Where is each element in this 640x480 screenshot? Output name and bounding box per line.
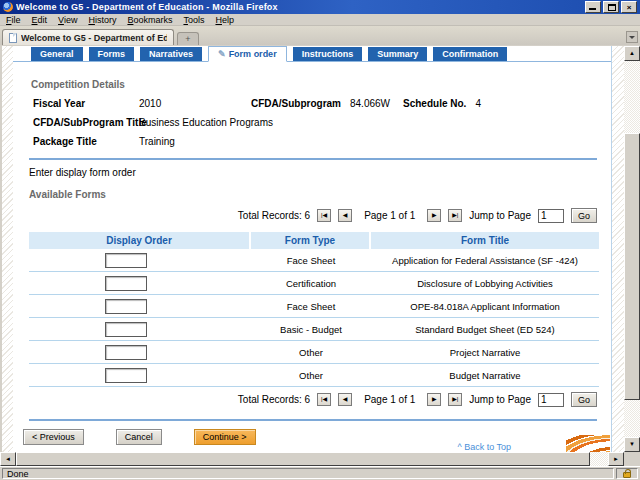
first-page-button[interactable]: |◀ [317,393,331,406]
back-to-top-link[interactable]: ^ Back to Top [457,442,511,452]
lock-icon [623,472,631,478]
browser-tab[interactable]: Welcome to G5 - Department of Edu... [2,29,174,45]
display-order-input[interactable] [105,322,147,337]
scroll-up-button[interactable]: ▲ [624,46,640,61]
scroll-down-button[interactable]: ▼ [624,437,640,452]
tab-forms[interactable]: Forms [89,47,135,61]
menu-history[interactable]: History [88,15,116,25]
jump-to-page-label: Jump to Page [469,394,531,405]
package-title-value: Training [139,136,175,147]
jump-to-page-input[interactable] [538,209,564,223]
new-tab-button[interactable]: + [177,32,199,45]
table-row: Face Sheet OPE-84.018A Applicant Informa… [29,295,599,318]
minimize-icon [589,8,596,10]
page-viewport: General Forms Narratives ✎ Form order In… [0,46,640,452]
schedule-no-value: 4 [475,98,481,109]
table-row: Certification Disclosure of Lobbying Act… [29,272,599,295]
vertical-scrollbar[interactable]: ▲ ▼ [624,46,640,452]
scrollbar-corner [624,452,640,466]
form-type-cell: Other [251,370,371,381]
cancel-button[interactable]: Cancel [116,429,162,445]
menu-bar: File Edit View History Bookmarks Tools H… [0,14,640,26]
header-form-title: Form Title [371,232,599,249]
page-tab-bar: General Forms Narratives ✎ Form order In… [13,46,611,62]
competition-details-heading: Competition Details [31,79,611,90]
go-button[interactable]: Go [571,208,597,223]
jump-to-page-input[interactable] [538,393,564,407]
form-type-cell: Face Sheet [251,255,371,266]
instruction-text: Enter display form order [29,167,611,178]
display-order-input[interactable] [105,276,147,291]
continue-button[interactable]: Continue > [194,429,256,445]
security-panel [616,468,638,479]
pagination-bottom: Total Records: 6 |◀ ◀ Page 1 of 1 ▶ ▶| J… [13,392,597,407]
menu-view[interactable]: View [58,15,77,25]
form-type-cell: Certification [251,278,371,289]
fiscal-year-value: 2010 [139,98,251,109]
firefox-icon [3,2,13,12]
detail-row-fiscal-year: Fiscal Year 2010 CFDA/Subprogram 84.066W… [33,98,611,109]
list-all-tabs-button[interactable] [626,31,638,43]
horizontal-scrollbar[interactable]: ◄ ► [0,452,640,466]
minimize-button[interactable] [585,1,601,13]
menu-bookmarks[interactable]: Bookmarks [127,15,172,25]
form-type-cell: Other [251,347,371,358]
form-title-cell: Budget Narrative [371,370,599,381]
pagination-top: Total Records: 6 |◀ ◀ Page 1 of 1 ▶ ▶| J… [13,208,597,223]
tab-general[interactable]: General [31,47,83,61]
tab-narratives[interactable]: Narratives [140,47,202,61]
next-page-button[interactable]: ▶ [427,209,441,222]
schedule-no-label: Schedule No. [403,98,466,109]
go-button[interactable]: Go [571,392,597,407]
display-order-input[interactable] [105,253,147,268]
first-page-button[interactable]: |◀ [317,209,331,222]
next-page-button[interactable]: ▶ [427,393,441,406]
page-indicator: Page 1 of 1 [364,210,415,221]
vertical-scroll-thumb[interactable] [624,133,640,400]
tab-label: Summary [377,49,418,59]
available-forms-heading: Available Forms [29,189,611,200]
restore-button[interactable] [603,1,619,13]
scroll-right-button[interactable]: ► [608,452,624,466]
form-title-cell: Standard Budget Sheet (ED 524) [371,324,599,335]
last-page-button[interactable]: ▶| [448,393,462,406]
table-row: Basic - Budget Standard Budget Sheet (ED… [29,318,599,341]
menu-edit[interactable]: Edit [32,15,48,25]
title-bar: Welcome to G5 - Department of Education … [0,0,640,14]
table-row: Other Project Narrative [29,341,599,364]
display-order-input[interactable] [105,299,147,314]
display-order-input[interactable] [105,368,147,383]
last-page-button[interactable]: ▶| [448,209,462,222]
menu-file[interactable]: File [6,15,21,25]
package-title-label: Package Title [33,136,139,147]
status-text: Done [2,468,614,479]
previous-page-button[interactable]: ◀ [338,209,352,222]
cfda-title-label: CFDA/SubProgram Title [33,117,139,128]
display-order-input[interactable] [105,345,147,360]
tab-instructions[interactable]: Instructions [293,47,363,61]
window-controls: × [585,1,637,13]
tab-summary[interactable]: Summary [368,47,427,61]
scroll-left-button[interactable]: ◄ [0,452,16,466]
menu-help[interactable]: Help [215,15,234,25]
total-records: Total Records: 6 [238,394,310,405]
previous-button[interactable]: < Previous [23,429,84,445]
tab-form-order[interactable]: ✎ Form order [208,46,287,62]
page-content: General Forms Narratives ✎ Form order In… [13,46,612,452]
horizontal-scroll-track[interactable] [16,452,608,466]
chevron-down-icon [629,36,635,42]
tab-confirmation[interactable]: Confirmation [433,47,507,61]
horizontal-scroll-thumb[interactable] [16,452,590,466]
menu-tools[interactable]: Tools [183,15,204,25]
header-display-order: Display Order [29,232,249,249]
close-button[interactable]: × [621,1,637,13]
cfda-title-value: Business Education Programs [139,117,273,128]
tab-label: Forms [98,49,126,59]
form-type-cell: Basic - Budget [251,324,371,335]
jump-to-page-label: Jump to Page [469,210,531,221]
table-row: Face Sheet Application for Federal Assis… [29,249,599,272]
section-divider [29,419,597,421]
previous-page-button[interactable]: ◀ [338,393,352,406]
tab-label: Confirmation [442,49,498,59]
browser-window: Welcome to G5 - Department of Education … [0,0,640,480]
